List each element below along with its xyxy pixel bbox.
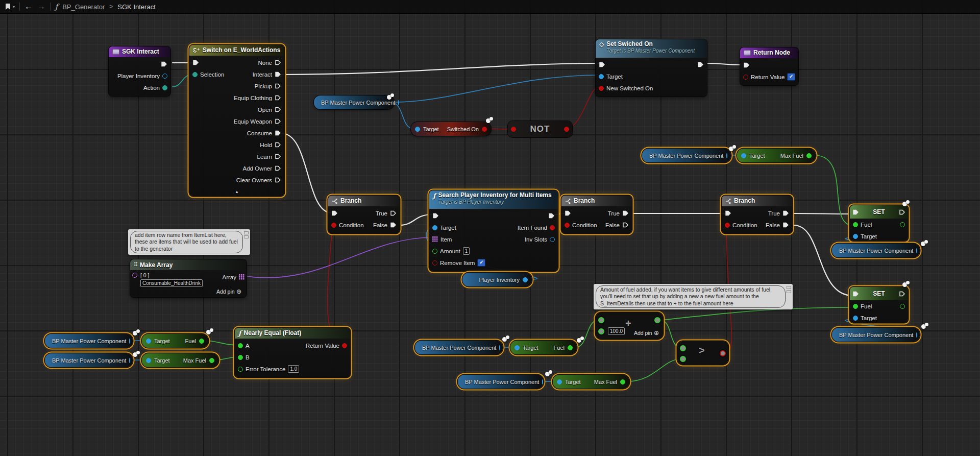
name-array-pin[interactable] (239, 273, 244, 282)
float-ring-pin[interactable] (680, 356, 686, 362)
object-pin[interactable] (129, 339, 130, 344)
exec-pin[interactable] (275, 141, 281, 148)
object-pin[interactable] (146, 358, 151, 363)
float-pin[interactable] (568, 345, 573, 350)
exec-pin[interactable] (192, 59, 199, 66)
node-not[interactable]: NOT (508, 121, 572, 137)
array-element-field[interactable]: Consumable_HealthDrink (140, 279, 203, 287)
exec-pin[interactable] (432, 212, 439, 219)
checkbox-checked[interactable]: ✓ (787, 73, 795, 81)
node-search-player-inventory[interactable]: ƒSearch Player Inventory for Multi Items… (429, 190, 558, 271)
object-pin[interactable] (542, 379, 543, 385)
float-ring-pin[interactable] (680, 345, 686, 351)
float-pin[interactable] (853, 222, 858, 227)
float-pin[interactable] (806, 153, 812, 158)
bool-pin[interactable] (432, 260, 437, 266)
float-ring-pin[interactable] (598, 328, 604, 334)
add-pin-button[interactable]: Add pin ⊕ (216, 288, 241, 295)
object-pin[interactable] (398, 100, 399, 105)
object-pin[interactable] (599, 74, 604, 79)
exec-pin[interactable] (275, 71, 281, 78)
bool-pin[interactable] (564, 127, 569, 132)
node-getter-bp-master-power-component-2[interactable]: BP Master Power Component (642, 149, 731, 162)
exec-pin[interactable] (899, 291, 905, 297)
bool-pin[interactable] (511, 127, 516, 132)
node-return-node[interactable]: Return NodeReturn Value✓ (740, 47, 798, 85)
object-pin[interactable] (916, 248, 917, 253)
node-getter-bp-master-power-component-5[interactable]: BP Master Power Component (45, 353, 133, 367)
operand-value-field[interactable]: 100.0 (608, 327, 625, 335)
node-getter-player-inventory[interactable]: Player Inventory (462, 273, 532, 286)
exec-pin[interactable] (725, 210, 731, 217)
node-sgk-interact[interactable]: SGK InteractPlayer InventoryAction (109, 46, 170, 96)
name-array-pin[interactable] (432, 235, 438, 244)
object-pin[interactable] (853, 234, 858, 239)
node-getter-bp-master-power-component-4[interactable]: BP Master Power Component (45, 334, 133, 348)
node-nearly-equal-float[interactable]: ƒNearly Equal (Float)AReturn ValueBError… (235, 328, 350, 377)
float-pin[interactable] (238, 343, 243, 348)
node-getter-bp-master-power-component-8[interactable]: BP Master Power Component (832, 328, 920, 342)
object-pin[interactable] (162, 74, 167, 79)
node-set-swiched-on[interactable]: ◇Set Swiched OnTarget is BP Master Power… (596, 39, 707, 97)
object-pin[interactable] (415, 127, 420, 132)
comment-icon[interactable] (787, 286, 791, 289)
exec-pin[interactable] (548, 212, 555, 219)
object-pin[interactable] (741, 153, 746, 158)
exec-pin[interactable] (852, 209, 859, 215)
object-pin[interactable] (523, 277, 528, 282)
float-pin[interactable] (853, 304, 858, 309)
object-pin[interactable] (499, 345, 500, 350)
node-getter-target-fuel-2[interactable]: TargetFuel (510, 341, 577, 354)
exec-pin[interactable] (899, 209, 905, 215)
exec-pin[interactable] (275, 94, 281, 101)
comment-icon[interactable] (787, 290, 791, 293)
exec-pin[interactable] (743, 62, 750, 68)
exec-pin[interactable] (390, 210, 397, 217)
exec-pin[interactable] (275, 165, 281, 172)
float-ring-pin[interactable] (654, 317, 660, 323)
pin-value-field[interactable]: 1.0 (288, 365, 299, 373)
exec-pin[interactable] (622, 222, 629, 228)
bookmark-dropdown-chevron[interactable]: ▾ (13, 5, 15, 9)
object-pin[interactable] (550, 237, 555, 242)
float-ring-pin[interactable] (598, 317, 604, 323)
node-branch-3[interactable]: BranchTrueConditionFalse (722, 196, 792, 233)
object-pin[interactable] (146, 339, 151, 344)
float-pin[interactable] (238, 355, 243, 360)
comment-icon[interactable] (244, 231, 249, 234)
exec-pin[interactable] (782, 222, 789, 228)
node-getter-bp-master-power-component-1[interactable]: BP Master Power Component (314, 95, 394, 109)
exec-pin[interactable] (852, 291, 859, 297)
node-getter-target-fuel-1[interactable]: TargetFuel (142, 334, 208, 348)
node-make-array[interactable]: ⠿Make Array[ 0 ]Consumable_HealthDrinkAr… (130, 259, 247, 297)
bool-pin[interactable] (743, 75, 748, 80)
checkbox-checked[interactable]: ✓ (477, 259, 485, 267)
exec-pin[interactable] (622, 210, 629, 217)
object-pin[interactable] (557, 379, 562, 385)
bool-ring-pin[interactable] (720, 350, 726, 356)
node-getter-bp-master-power-component-7[interactable]: BP Master Power Component (458, 375, 544, 389)
back-button[interactable]: ← (24, 3, 33, 11)
byte-pin[interactable] (162, 85, 167, 90)
bool-pin[interactable] (331, 223, 336, 228)
bool-pin[interactable] (550, 225, 555, 230)
node-getter-target-max-fuel-1[interactable]: TargetMax Fuel (737, 149, 816, 162)
bool-pin[interactable] (342, 343, 347, 348)
node-branch-1[interactable]: BranchTrueConditionFalse (328, 196, 400, 233)
forward-button[interactable]: → (37, 3, 45, 11)
object-pin[interactable] (916, 332, 917, 338)
exec-pin[interactable] (275, 83, 281, 89)
node-getter-target-switched-on[interactable]: TargetSwitched On (411, 122, 491, 136)
bool-pin[interactable] (482, 127, 487, 132)
node-greater-than[interactable]: > (677, 341, 728, 365)
exec-pin[interactable] (697, 61, 704, 68)
node-getter-target-max-fuel-2[interactable]: TargetMax Fuel (142, 353, 218, 367)
exec-pin[interactable] (565, 210, 571, 217)
float-pin[interactable] (620, 379, 625, 385)
node-getter-bp-master-power-component-6[interactable]: BP Master Power Component (415, 341, 503, 354)
float-pin[interactable] (432, 249, 437, 254)
object-pin[interactable] (129, 358, 130, 363)
exec-pin[interactable] (275, 130, 281, 136)
exec-pin[interactable] (161, 61, 167, 67)
comment-bubble[interactable]: Amount of fuel added, if you want items … (594, 284, 793, 309)
